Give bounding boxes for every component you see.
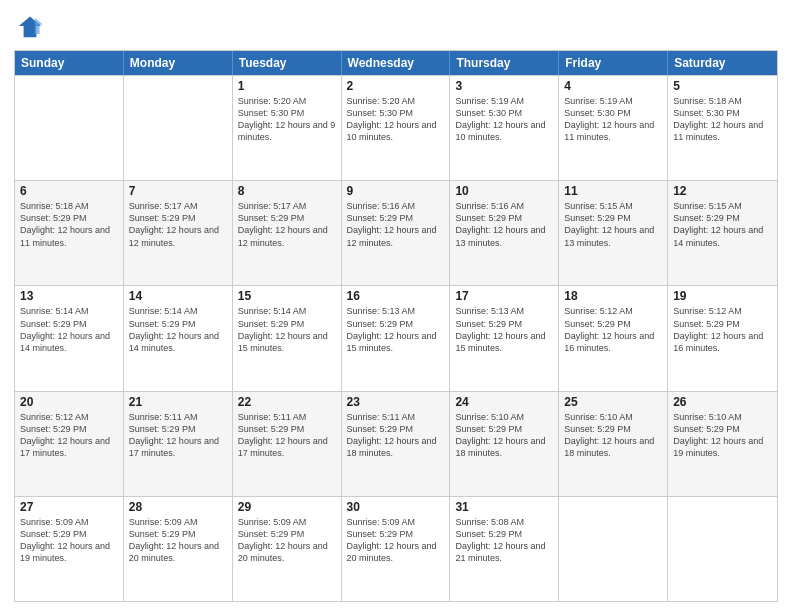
day-info: Sunrise: 5:16 AM Sunset: 5:29 PM Dayligh… <box>347 200 445 249</box>
day-cell-8: 8Sunrise: 5:17 AM Sunset: 5:29 PM Daylig… <box>233 181 342 285</box>
weekday-header-tuesday: Tuesday <box>233 51 342 75</box>
day-number: 5 <box>673 79 772 93</box>
day-number: 22 <box>238 395 336 409</box>
day-number: 11 <box>564 184 662 198</box>
day-info: Sunrise: 5:09 AM Sunset: 5:29 PM Dayligh… <box>347 516 445 565</box>
day-number: 30 <box>347 500 445 514</box>
day-number: 13 <box>20 289 118 303</box>
day-cell-21: 21Sunrise: 5:11 AM Sunset: 5:29 PM Dayli… <box>124 392 233 496</box>
day-cell-5: 5Sunrise: 5:18 AM Sunset: 5:30 PM Daylig… <box>668 76 777 180</box>
day-info: Sunrise: 5:09 AM Sunset: 5:29 PM Dayligh… <box>129 516 227 565</box>
day-cell-7: 7Sunrise: 5:17 AM Sunset: 5:29 PM Daylig… <box>124 181 233 285</box>
day-info: Sunrise: 5:12 AM Sunset: 5:29 PM Dayligh… <box>564 305 662 354</box>
calendar-row-0: 1Sunrise: 5:20 AM Sunset: 5:30 PM Daylig… <box>15 75 777 180</box>
day-number: 19 <box>673 289 772 303</box>
day-cell-18: 18Sunrise: 5:12 AM Sunset: 5:29 PM Dayli… <box>559 286 668 390</box>
day-number: 25 <box>564 395 662 409</box>
day-info: Sunrise: 5:11 AM Sunset: 5:29 PM Dayligh… <box>129 411 227 460</box>
day-cell-30: 30Sunrise: 5:09 AM Sunset: 5:29 PM Dayli… <box>342 497 451 601</box>
day-number: 3 <box>455 79 553 93</box>
logo <box>14 10 50 42</box>
empty-cell-4-5 <box>559 497 668 601</box>
weekday-header-saturday: Saturday <box>668 51 777 75</box>
day-info: Sunrise: 5:16 AM Sunset: 5:29 PM Dayligh… <box>455 200 553 249</box>
day-cell-16: 16Sunrise: 5:13 AM Sunset: 5:29 PM Dayli… <box>342 286 451 390</box>
day-info: Sunrise: 5:18 AM Sunset: 5:30 PM Dayligh… <box>673 95 772 144</box>
day-number: 2 <box>347 79 445 93</box>
day-number: 31 <box>455 500 553 514</box>
day-info: Sunrise: 5:08 AM Sunset: 5:29 PM Dayligh… <box>455 516 553 565</box>
day-cell-9: 9Sunrise: 5:16 AM Sunset: 5:29 PM Daylig… <box>342 181 451 285</box>
day-info: Sunrise: 5:12 AM Sunset: 5:29 PM Dayligh… <box>673 305 772 354</box>
day-cell-2: 2Sunrise: 5:20 AM Sunset: 5:30 PM Daylig… <box>342 76 451 180</box>
day-cell-15: 15Sunrise: 5:14 AM Sunset: 5:29 PM Dayli… <box>233 286 342 390</box>
day-info: Sunrise: 5:20 AM Sunset: 5:30 PM Dayligh… <box>238 95 336 144</box>
day-cell-19: 19Sunrise: 5:12 AM Sunset: 5:29 PM Dayli… <box>668 286 777 390</box>
day-cell-31: 31Sunrise: 5:08 AM Sunset: 5:29 PM Dayli… <box>450 497 559 601</box>
day-number: 10 <box>455 184 553 198</box>
calendar-row-3: 20Sunrise: 5:12 AM Sunset: 5:29 PM Dayli… <box>15 391 777 496</box>
day-number: 21 <box>129 395 227 409</box>
day-info: Sunrise: 5:10 AM Sunset: 5:29 PM Dayligh… <box>564 411 662 460</box>
day-number: 1 <box>238 79 336 93</box>
calendar-row-2: 13Sunrise: 5:14 AM Sunset: 5:29 PM Dayli… <box>15 285 777 390</box>
day-cell-1: 1Sunrise: 5:20 AM Sunset: 5:30 PM Daylig… <box>233 76 342 180</box>
day-number: 12 <box>673 184 772 198</box>
day-info: Sunrise: 5:20 AM Sunset: 5:30 PM Dayligh… <box>347 95 445 144</box>
day-number: 23 <box>347 395 445 409</box>
day-cell-12: 12Sunrise: 5:15 AM Sunset: 5:29 PM Dayli… <box>668 181 777 285</box>
day-info: Sunrise: 5:10 AM Sunset: 5:29 PM Dayligh… <box>673 411 772 460</box>
day-number: 16 <box>347 289 445 303</box>
day-cell-28: 28Sunrise: 5:09 AM Sunset: 5:29 PM Dayli… <box>124 497 233 601</box>
day-number: 14 <box>129 289 227 303</box>
day-number: 7 <box>129 184 227 198</box>
day-cell-4: 4Sunrise: 5:19 AM Sunset: 5:30 PM Daylig… <box>559 76 668 180</box>
weekday-header-thursday: Thursday <box>450 51 559 75</box>
calendar-header: SundayMondayTuesdayWednesdayThursdayFrid… <box>15 51 777 75</box>
day-cell-24: 24Sunrise: 5:10 AM Sunset: 5:29 PM Dayli… <box>450 392 559 496</box>
calendar-body: 1Sunrise: 5:20 AM Sunset: 5:30 PM Daylig… <box>15 75 777 601</box>
weekday-header-sunday: Sunday <box>15 51 124 75</box>
header <box>14 10 778 42</box>
day-cell-22: 22Sunrise: 5:11 AM Sunset: 5:29 PM Dayli… <box>233 392 342 496</box>
day-info: Sunrise: 5:11 AM Sunset: 5:29 PM Dayligh… <box>238 411 336 460</box>
day-number: 29 <box>238 500 336 514</box>
empty-cell-0-1 <box>124 76 233 180</box>
day-number: 20 <box>20 395 118 409</box>
day-cell-14: 14Sunrise: 5:14 AM Sunset: 5:29 PM Dayli… <box>124 286 233 390</box>
empty-cell-4-6 <box>668 497 777 601</box>
weekday-header-wednesday: Wednesday <box>342 51 451 75</box>
logo-icon <box>14 10 46 42</box>
day-info: Sunrise: 5:13 AM Sunset: 5:29 PM Dayligh… <box>455 305 553 354</box>
weekday-header-monday: Monday <box>124 51 233 75</box>
day-number: 27 <box>20 500 118 514</box>
day-info: Sunrise: 5:19 AM Sunset: 5:30 PM Dayligh… <box>455 95 553 144</box>
day-info: Sunrise: 5:10 AM Sunset: 5:29 PM Dayligh… <box>455 411 553 460</box>
day-number: 18 <box>564 289 662 303</box>
day-info: Sunrise: 5:18 AM Sunset: 5:29 PM Dayligh… <box>20 200 118 249</box>
day-number: 28 <box>129 500 227 514</box>
day-number: 6 <box>20 184 118 198</box>
day-cell-20: 20Sunrise: 5:12 AM Sunset: 5:29 PM Dayli… <box>15 392 124 496</box>
day-number: 15 <box>238 289 336 303</box>
day-info: Sunrise: 5:11 AM Sunset: 5:29 PM Dayligh… <box>347 411 445 460</box>
day-info: Sunrise: 5:14 AM Sunset: 5:29 PM Dayligh… <box>20 305 118 354</box>
day-info: Sunrise: 5:13 AM Sunset: 5:29 PM Dayligh… <box>347 305 445 354</box>
day-number: 8 <box>238 184 336 198</box>
day-cell-26: 26Sunrise: 5:10 AM Sunset: 5:29 PM Dayli… <box>668 392 777 496</box>
day-info: Sunrise: 5:14 AM Sunset: 5:29 PM Dayligh… <box>129 305 227 354</box>
empty-cell-0-0 <box>15 76 124 180</box>
calendar-row-4: 27Sunrise: 5:09 AM Sunset: 5:29 PM Dayli… <box>15 496 777 601</box>
weekday-header-friday: Friday <box>559 51 668 75</box>
day-cell-11: 11Sunrise: 5:15 AM Sunset: 5:29 PM Dayli… <box>559 181 668 285</box>
calendar: SundayMondayTuesdayWednesdayThursdayFrid… <box>14 50 778 602</box>
day-cell-13: 13Sunrise: 5:14 AM Sunset: 5:29 PM Dayli… <box>15 286 124 390</box>
day-info: Sunrise: 5:15 AM Sunset: 5:29 PM Dayligh… <box>564 200 662 249</box>
day-cell-6: 6Sunrise: 5:18 AM Sunset: 5:29 PM Daylig… <box>15 181 124 285</box>
day-info: Sunrise: 5:19 AM Sunset: 5:30 PM Dayligh… <box>564 95 662 144</box>
day-cell-3: 3Sunrise: 5:19 AM Sunset: 5:30 PM Daylig… <box>450 76 559 180</box>
day-info: Sunrise: 5:17 AM Sunset: 5:29 PM Dayligh… <box>129 200 227 249</box>
day-cell-27: 27Sunrise: 5:09 AM Sunset: 5:29 PM Dayli… <box>15 497 124 601</box>
day-info: Sunrise: 5:15 AM Sunset: 5:29 PM Dayligh… <box>673 200 772 249</box>
page: SundayMondayTuesdayWednesdayThursdayFrid… <box>0 0 792 612</box>
